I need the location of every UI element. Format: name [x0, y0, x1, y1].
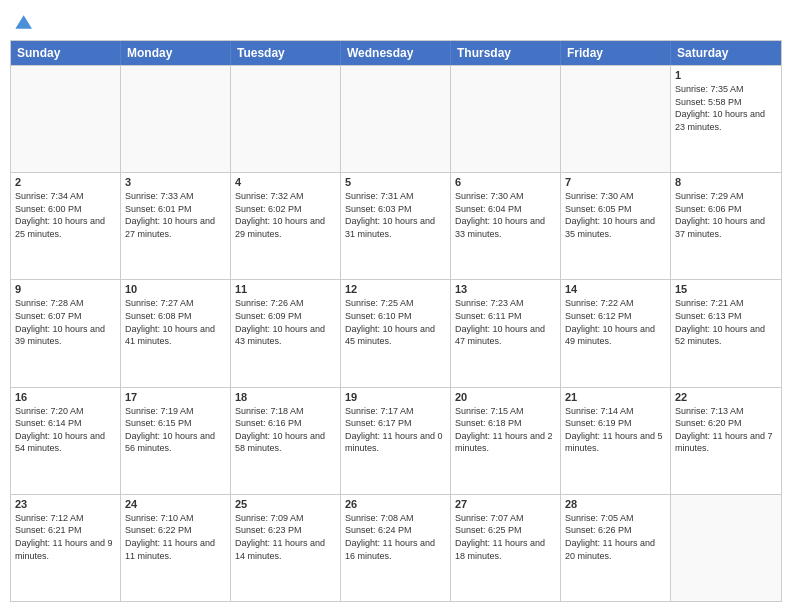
- day-cell: [11, 66, 121, 172]
- day-info: Sunrise: 7:35 AM Sunset: 5:58 PM Dayligh…: [675, 83, 777, 133]
- day-number: 21: [565, 391, 666, 403]
- day-cell: [121, 66, 231, 172]
- day-cell: [671, 495, 781, 601]
- day-number: 26: [345, 498, 446, 510]
- day-cell: [231, 66, 341, 172]
- day-info: Sunrise: 7:22 AM Sunset: 6:12 PM Dayligh…: [565, 297, 666, 347]
- day-info: Sunrise: 7:30 AM Sunset: 6:05 PM Dayligh…: [565, 190, 666, 240]
- day-number: 14: [565, 283, 666, 295]
- day-info: Sunrise: 7:27 AM Sunset: 6:08 PM Dayligh…: [125, 297, 226, 347]
- day-info: Sunrise: 7:17 AM Sunset: 6:17 PM Dayligh…: [345, 405, 446, 455]
- day-info: Sunrise: 7:31 AM Sunset: 6:03 PM Dayligh…: [345, 190, 446, 240]
- day-cell: 21Sunrise: 7:14 AM Sunset: 6:19 PM Dayli…: [561, 388, 671, 494]
- day-header: Tuesday: [231, 41, 341, 65]
- day-number: 6: [455, 176, 556, 188]
- day-number: 12: [345, 283, 446, 295]
- day-number: 11: [235, 283, 336, 295]
- day-number: 3: [125, 176, 226, 188]
- day-cell: 23Sunrise: 7:12 AM Sunset: 6:21 PM Dayli…: [11, 495, 121, 601]
- day-info: Sunrise: 7:18 AM Sunset: 6:16 PM Dayligh…: [235, 405, 336, 455]
- day-cell: 16Sunrise: 7:20 AM Sunset: 6:14 PM Dayli…: [11, 388, 121, 494]
- day-cell: 2Sunrise: 7:34 AM Sunset: 6:00 PM Daylig…: [11, 173, 121, 279]
- day-cell: 25Sunrise: 7:09 AM Sunset: 6:23 PM Dayli…: [231, 495, 341, 601]
- day-number: 5: [345, 176, 446, 188]
- day-info: Sunrise: 7:19 AM Sunset: 6:15 PM Dayligh…: [125, 405, 226, 455]
- week-row: 1Sunrise: 7:35 AM Sunset: 5:58 PM Daylig…: [11, 65, 781, 172]
- day-cell: [561, 66, 671, 172]
- day-cell: 20Sunrise: 7:15 AM Sunset: 6:18 PM Dayli…: [451, 388, 561, 494]
- day-cell: 15Sunrise: 7:21 AM Sunset: 6:13 PM Dayli…: [671, 280, 781, 386]
- day-cell: [341, 66, 451, 172]
- day-info: Sunrise: 7:32 AM Sunset: 6:02 PM Dayligh…: [235, 190, 336, 240]
- day-info: Sunrise: 7:10 AM Sunset: 6:22 PM Dayligh…: [125, 512, 226, 562]
- day-number: 18: [235, 391, 336, 403]
- day-headers: SundayMondayTuesdayWednesdayThursdayFrid…: [11, 41, 781, 65]
- day-header: Sunday: [11, 41, 121, 65]
- week-row: 9Sunrise: 7:28 AM Sunset: 6:07 PM Daylig…: [11, 279, 781, 386]
- day-info: Sunrise: 7:21 AM Sunset: 6:13 PM Dayligh…: [675, 297, 777, 347]
- day-cell: 5Sunrise: 7:31 AM Sunset: 6:03 PM Daylig…: [341, 173, 451, 279]
- day-number: 16: [15, 391, 116, 403]
- day-info: Sunrise: 7:15 AM Sunset: 6:18 PM Dayligh…: [455, 405, 556, 455]
- day-number: 27: [455, 498, 556, 510]
- day-cell: 24Sunrise: 7:10 AM Sunset: 6:22 PM Dayli…: [121, 495, 231, 601]
- day-cell: 6Sunrise: 7:30 AM Sunset: 6:04 PM Daylig…: [451, 173, 561, 279]
- day-info: Sunrise: 7:13 AM Sunset: 6:20 PM Dayligh…: [675, 405, 777, 455]
- day-cell: 13Sunrise: 7:23 AM Sunset: 6:11 PM Dayli…: [451, 280, 561, 386]
- day-header: Wednesday: [341, 41, 451, 65]
- day-cell: 18Sunrise: 7:18 AM Sunset: 6:16 PM Dayli…: [231, 388, 341, 494]
- day-info: Sunrise: 7:25 AM Sunset: 6:10 PM Dayligh…: [345, 297, 446, 347]
- day-number: 8: [675, 176, 777, 188]
- day-info: Sunrise: 7:30 AM Sunset: 6:04 PM Dayligh…: [455, 190, 556, 240]
- svg-marker-0: [15, 15, 32, 28]
- day-number: 7: [565, 176, 666, 188]
- day-info: Sunrise: 7:08 AM Sunset: 6:24 PM Dayligh…: [345, 512, 446, 562]
- day-info: Sunrise: 7:29 AM Sunset: 6:06 PM Dayligh…: [675, 190, 777, 240]
- day-header: Monday: [121, 41, 231, 65]
- day-number: 22: [675, 391, 777, 403]
- day-info: Sunrise: 7:23 AM Sunset: 6:11 PM Dayligh…: [455, 297, 556, 347]
- day-cell: 7Sunrise: 7:30 AM Sunset: 6:05 PM Daylig…: [561, 173, 671, 279]
- day-number: 10: [125, 283, 226, 295]
- day-header: Saturday: [671, 41, 781, 65]
- day-number: 9: [15, 283, 116, 295]
- day-info: Sunrise: 7:28 AM Sunset: 6:07 PM Dayligh…: [15, 297, 116, 347]
- week-row: 2Sunrise: 7:34 AM Sunset: 6:00 PM Daylig…: [11, 172, 781, 279]
- day-cell: 14Sunrise: 7:22 AM Sunset: 6:12 PM Dayli…: [561, 280, 671, 386]
- day-cell: 22Sunrise: 7:13 AM Sunset: 6:20 PM Dayli…: [671, 388, 781, 494]
- day-number: 2: [15, 176, 116, 188]
- day-cell: 10Sunrise: 7:27 AM Sunset: 6:08 PM Dayli…: [121, 280, 231, 386]
- day-cell: 12Sunrise: 7:25 AM Sunset: 6:10 PM Dayli…: [341, 280, 451, 386]
- day-number: 25: [235, 498, 336, 510]
- day-info: Sunrise: 7:05 AM Sunset: 6:26 PM Dayligh…: [565, 512, 666, 562]
- day-cell: 27Sunrise: 7:07 AM Sunset: 6:25 PM Dayli…: [451, 495, 561, 601]
- calendar: SundayMondayTuesdayWednesdayThursdayFrid…: [10, 40, 782, 602]
- day-number: 4: [235, 176, 336, 188]
- day-cell: 28Sunrise: 7:05 AM Sunset: 6:26 PM Dayli…: [561, 495, 671, 601]
- day-number: 20: [455, 391, 556, 403]
- day-info: Sunrise: 7:14 AM Sunset: 6:19 PM Dayligh…: [565, 405, 666, 455]
- day-cell: 4Sunrise: 7:32 AM Sunset: 6:02 PM Daylig…: [231, 173, 341, 279]
- day-cell: 1Sunrise: 7:35 AM Sunset: 5:58 PM Daylig…: [671, 66, 781, 172]
- day-header: Thursday: [451, 41, 561, 65]
- day-info: Sunrise: 7:09 AM Sunset: 6:23 PM Dayligh…: [235, 512, 336, 562]
- day-number: 17: [125, 391, 226, 403]
- day-cell: 9Sunrise: 7:28 AM Sunset: 6:07 PM Daylig…: [11, 280, 121, 386]
- day-number: 23: [15, 498, 116, 510]
- day-cell: 19Sunrise: 7:17 AM Sunset: 6:17 PM Dayli…: [341, 388, 451, 494]
- logo: [10, 10, 32, 32]
- header: [10, 10, 782, 32]
- day-info: Sunrise: 7:26 AM Sunset: 6:09 PM Dayligh…: [235, 297, 336, 347]
- week-row: 16Sunrise: 7:20 AM Sunset: 6:14 PM Dayli…: [11, 387, 781, 494]
- day-number: 15: [675, 283, 777, 295]
- day-number: 1: [675, 69, 777, 81]
- logo-icon: [12, 12, 32, 32]
- day-cell: 11Sunrise: 7:26 AM Sunset: 6:09 PM Dayli…: [231, 280, 341, 386]
- page: SundayMondayTuesdayWednesdayThursdayFrid…: [0, 0, 792, 612]
- day-info: Sunrise: 7:07 AM Sunset: 6:25 PM Dayligh…: [455, 512, 556, 562]
- day-info: Sunrise: 7:34 AM Sunset: 6:00 PM Dayligh…: [15, 190, 116, 240]
- week-row: 23Sunrise: 7:12 AM Sunset: 6:21 PM Dayli…: [11, 494, 781, 601]
- day-number: 24: [125, 498, 226, 510]
- day-info: Sunrise: 7:20 AM Sunset: 6:14 PM Dayligh…: [15, 405, 116, 455]
- day-number: 19: [345, 391, 446, 403]
